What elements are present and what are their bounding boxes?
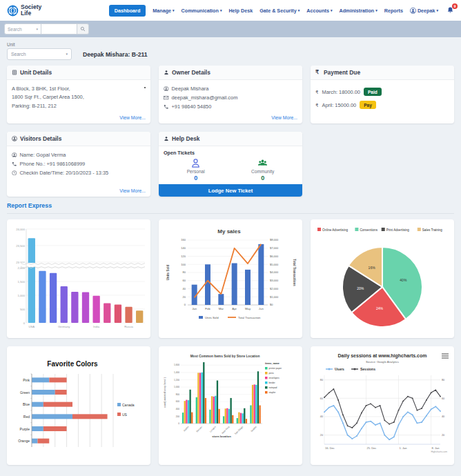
- owner-details-body: Deepak Mishara deepak_mishara@gmail.com …: [159, 80, 302, 115]
- svg-text:Germany: Germany: [58, 325, 70, 328]
- svg-text:1,200: 1,200: [174, 379, 179, 381]
- unit-details-body: A Block, 3 BHK, 1st Floor, 1800 Sqr Ft.,…: [7, 80, 150, 115]
- svg-text:Jun: Jun: [259, 307, 264, 310]
- svg-text:Austin: Austin: [183, 426, 190, 433]
- visitors-details-card: Visitors Details Name: Gopal Verma Phone…: [7, 132, 150, 197]
- nav-reports[interactable]: Reports: [384, 8, 403, 14]
- rupee-icon: ₹: [315, 90, 318, 95]
- svg-text:Sessions: Sessions: [360, 367, 375, 371]
- country-columns-chart[interactable]: 05001,0001,5002,00023,00023,50024,000USA…: [8, 221, 149, 337]
- svg-text:Jan: Jan: [192, 307, 197, 310]
- open-tickets-label: Open Tickets: [164, 150, 297, 156]
- person-circle-icon: [12, 136, 17, 141]
- svg-text:Most Common Items Sold by Stor: Most Common Items Sold by Store Location: [190, 355, 260, 358]
- favorite-colors-chart[interactable]: Favorite ColorsPinkGreenBlueRedPurpleOra…: [8, 348, 149, 464]
- unit-search-select[interactable]: Search ▾: [7, 48, 72, 60]
- lodge-new-ticket-button[interactable]: Lodge New Ticket: [159, 184, 302, 197]
- country-columns-chart-card: 05001,0001,5002,00023,00023,50024,000USA…: [7, 219, 150, 338]
- svg-text:16. Dec: 16. Dec: [325, 446, 335, 450]
- community-tickets: Community 0: [251, 158, 274, 181]
- svg-text:Purple: Purple: [20, 427, 30, 431]
- nav-help-desk[interactable]: Help Desk: [228, 8, 253, 14]
- svg-text:Red: Red: [23, 415, 30, 419]
- report-express-title: Report Express: [7, 202, 454, 214]
- search-category-select[interactable]: Search ▾: [4, 23, 41, 34]
- chevron-down-icon: ▾: [331, 9, 333, 12]
- svg-text:Units Sold: Units Sold: [205, 316, 219, 319]
- person-circle-icon: [12, 152, 17, 158]
- daily-sessions-chart[interactable]: Daily sessions at www.highcharts.comSour…: [312, 348, 453, 464]
- nav-administration[interactable]: Administration▾: [340, 8, 377, 14]
- items-sold-chart-card: Most Common Items Sold by Store Location…: [159, 346, 302, 465]
- person-icon: [164, 70, 169, 75]
- svg-text:London: London: [209, 426, 217, 433]
- payment-due-card: ₹ Payment Due ₹ March: 18000.00 Paid ₹ A…: [311, 66, 454, 123]
- payment-march-label: March: 18000.00: [322, 89, 360, 95]
- svg-text:New York: New York: [222, 426, 230, 435]
- nav-gate-security[interactable]: Gate & Security▾: [259, 8, 300, 14]
- svg-text:binder: binder: [269, 381, 276, 384]
- app-title: Society Life: [21, 4, 41, 17]
- svg-text:20: 20: [442, 434, 444, 437]
- nav-dashboard[interactable]: Dashboard: [109, 5, 146, 17]
- chevron-down-icon: ▾: [220, 9, 222, 12]
- svg-text:24,000: 24,000: [16, 228, 25, 231]
- svg-text:80: 80: [183, 270, 186, 274]
- svg-text:$3,000: $3,000: [270, 279, 279, 282]
- svg-text:May: May: [245, 307, 251, 310]
- svg-text:800: 800: [176, 393, 180, 396]
- svg-text:Total Transactions: Total Transactions: [293, 259, 296, 286]
- owner-phone: +91 98640 54850: [172, 103, 212, 110]
- svg-text:200: 200: [176, 415, 180, 418]
- svg-text:Users: Users: [335, 367, 344, 371]
- search-group: Search ▾: [4, 23, 89, 34]
- unit-details-view-more-link[interactable]: View More...: [7, 115, 150, 123]
- nav-accounts[interactable]: Accounts▾: [306, 8, 332, 14]
- pay-button[interactable]: Pay: [360, 101, 376, 109]
- search-icon: [80, 26, 86, 32]
- community-count[interactable]: 0: [261, 175, 264, 181]
- owner-name: Deepak Mishara: [172, 86, 209, 92]
- payment-row-april: ₹ April: 15000.00 Pay: [315, 101, 449, 109]
- help-desk-header: Help Desk: [159, 132, 302, 146]
- svg-text:$1,000: $1,000: [270, 295, 279, 299]
- svg-text:1. Jan: 1. Jan: [400, 446, 407, 450]
- nav-manage[interactable]: Manage▾: [153, 8, 174, 14]
- items-sold-chart[interactable]: Most Common Items Sold by Store Location…: [160, 348, 301, 464]
- user-menu[interactable]: Deepak ▾: [410, 8, 438, 14]
- unit-label: Unit: [7, 42, 454, 47]
- svg-text:Print Advertising: Print Advertising: [386, 228, 410, 232]
- svg-text:$4,000: $4,000: [270, 270, 279, 274]
- svg-text:600: 600: [176, 400, 180, 403]
- search-bar-row: Search ▾: [0, 21, 461, 37]
- personal-count[interactable]: 0: [194, 175, 197, 181]
- svg-text:Units Sold: Units Sold: [166, 265, 170, 281]
- visitors-view-more-link[interactable]: View More...: [7, 188, 150, 197]
- dashboard-main: Unit Search ▾ Deepak Mishara: B-211 Unit…: [0, 37, 461, 465]
- svg-text:printer paper: printer paper: [269, 367, 283, 370]
- svg-text:8. Jan: 8. Jan: [432, 446, 440, 450]
- top-bar: Society Life Dashboard Manage▾ Communica…: [0, 0, 461, 21]
- svg-text:25. Dec: 25. Dec: [366, 446, 376, 450]
- svg-text:USA: USA: [29, 325, 35, 328]
- svg-text:Green: Green: [20, 390, 30, 395]
- svg-text:80: 80: [320, 379, 323, 381]
- svg-text:Canada: Canada: [122, 403, 135, 407]
- notifications-button[interactable]: 9: [447, 6, 454, 15]
- svg-text:pens: pens: [269, 372, 275, 375]
- user-avatar-icon: [410, 8, 416, 14]
- svg-text:$6,000: $6,000: [270, 255, 279, 258]
- search-button[interactable]: [77, 23, 89, 34]
- svg-text:1,000: 1,000: [174, 386, 179, 388]
- owner-details-view-more-link[interactable]: View More...: [159, 115, 302, 123]
- svg-text:20: 20: [320, 434, 323, 437]
- visitor-name: Name: Gopal Verma: [20, 152, 66, 158]
- nav-communication[interactable]: Communication▾: [182, 8, 222, 14]
- marketing-pie-chart[interactable]: Online AdvertisingConventionsPrint Adver…: [312, 221, 453, 337]
- search-input[interactable]: [41, 23, 77, 34]
- personal-label: Personal: [187, 169, 205, 174]
- svg-text:0: 0: [184, 303, 186, 306]
- svg-text:count( unstated array 'items': count( unstated array 'items' ): [164, 377, 166, 408]
- svg-text:Mar: Mar: [219, 307, 224, 310]
- my-sales-chart[interactable]: My sales020406080100120140160$0$1,000$2,…: [160, 221, 301, 337]
